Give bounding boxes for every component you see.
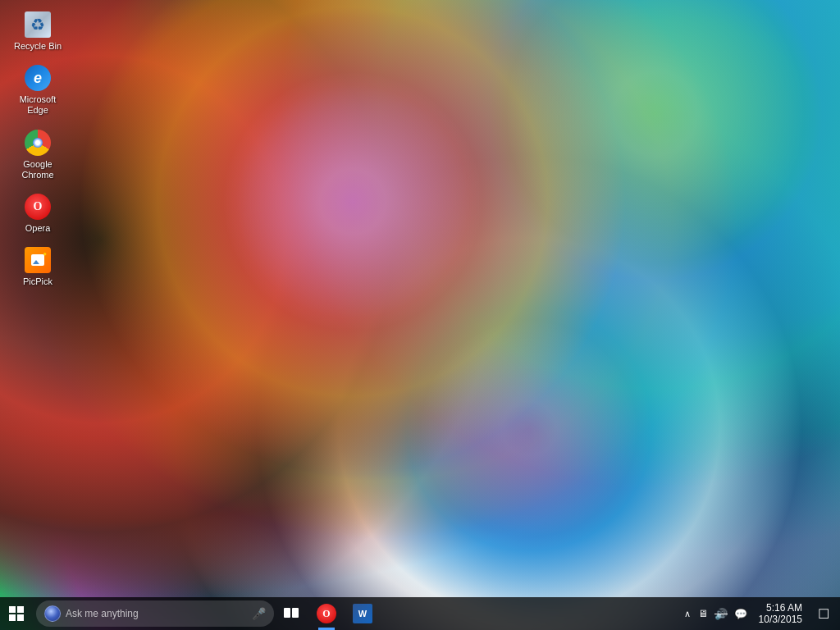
recycle-bin-graphic: [25, 11, 51, 38]
clock-date: 10/3/2015: [759, 614, 802, 625]
start-button[interactable]: [0, 597, 33, 630]
notification-center-button[interactable]: ☐: [810, 597, 837, 630]
network-icon: 🖥: [698, 608, 708, 619]
edge-label: Microsoft Edge: [11, 94, 64, 116]
picpick-inner: [31, 254, 44, 266]
desktop-icons: Recycle Bin e Microsoft Edge Google Chro…: [8, 8, 67, 290]
taskbar-opera-button[interactable]: O: [308, 597, 345, 630]
win-square-tl: [9, 606, 16, 613]
tray-expand-button[interactable]: ∧: [681, 597, 694, 630]
chrome-label: Google Chrome: [11, 159, 64, 180]
search-bar[interactable]: Ask me anything 🎤: [36, 600, 274, 627]
taskbar: Ask me anything 🎤 O W ∧ 🖥 🔊: [0, 597, 840, 630]
cortana-icon: [44, 605, 61, 622]
opera-image: O: [25, 194, 51, 220]
wallpaper: [0, 0, 840, 630]
picpick-image: [25, 247, 51, 273]
win-square-bl: [9, 614, 16, 621]
volume-icon: 🔊: [714, 608, 728, 620]
edge-image: e: [25, 65, 51, 91]
search-placeholder-text: Ask me anything: [66, 608, 247, 619]
microsoft-edge-icon[interactable]: e Microsoft Edge: [8, 62, 67, 119]
message-tray-icon[interactable]: 💬: [732, 597, 750, 630]
taskbar-word-icon: W: [353, 604, 372, 623]
volume-tray-icon[interactable]: 🔊: [712, 597, 730, 630]
notification-icon: ☐: [818, 606, 829, 622]
picpick-icon[interactable]: PicPick: [8, 244, 67, 290]
edge-graphic: e: [25, 65, 51, 91]
recycle-bin-icon[interactable]: Recycle Bin: [8, 8, 67, 55]
taskbar-pinned-apps: O W: [308, 597, 381, 630]
taskbar-opera-icon: O: [317, 604, 336, 623]
taskbar-word-button[interactable]: W: [345, 597, 381, 630]
picpick-graphic: [25, 247, 51, 273]
win-square-br: [17, 614, 24, 621]
clock-button[interactable]: 5:16 AM 10/3/2015: [751, 597, 809, 630]
network-tray-icon[interactable]: 🖥: [696, 597, 710, 630]
recycle-bin-image: [25, 11, 51, 38]
opera-label: Opera: [25, 223, 51, 234]
chrome-image: [25, 130, 51, 156]
google-chrome-icon[interactable]: Google Chrome: [8, 126, 67, 184]
task-view-icon: [284, 608, 300, 619]
message-icon: 💬: [734, 608, 747, 620]
clock-time: 5:16 AM: [766, 602, 802, 614]
picpick-label: PicPick: [23, 276, 52, 287]
system-tray: ∧ 🖥 🔊 💬 5:16 AM 10/3/2015 ☐: [681, 597, 840, 630]
chrome-graphic: [25, 130, 51, 156]
windows-logo: [9, 606, 24, 621]
desktop: Recycle Bin e Microsoft Edge Google Chro…: [0, 0, 840, 630]
opera-graphic: O: [25, 194, 51, 220]
win-square-tr: [17, 606, 24, 613]
opera-icon[interactable]: O Opera: [8, 190, 67, 237]
microphone-icon[interactable]: 🎤: [252, 607, 266, 620]
recycle-bin-label: Recycle Bin: [14, 41, 62, 52]
task-view-button[interactable]: [277, 597, 307, 630]
tray-chevron-icon: ∧: [684, 609, 691, 619]
